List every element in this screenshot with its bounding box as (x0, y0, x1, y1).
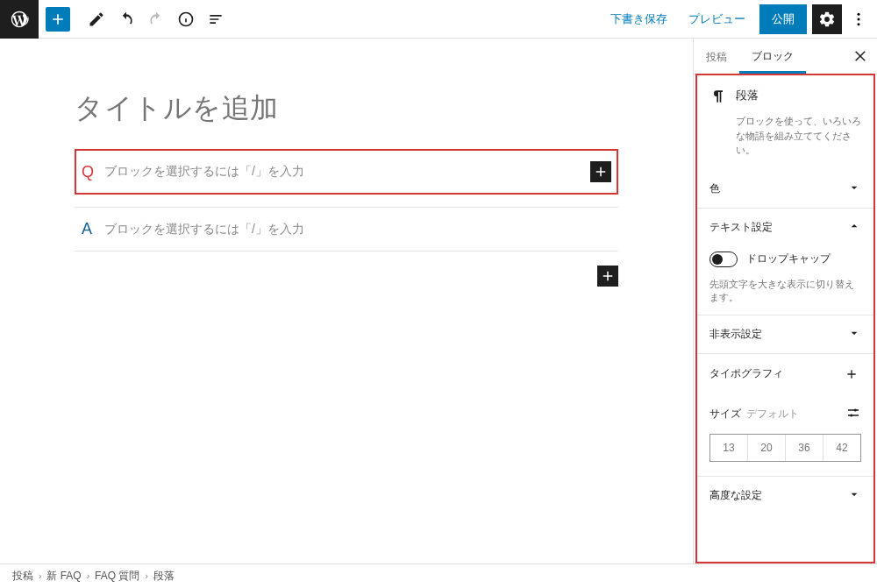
faq-question-block[interactable]: Q ブロックを選択するには「/」を入力 (75, 149, 618, 195)
chevron-down-icon (847, 326, 861, 343)
faq-answer-block[interactable]: A ブロックを選択するには「/」を入力 (75, 207, 618, 251)
question-letter-icon: Q (82, 163, 101, 181)
breadcrumb-item[interactable]: FAQ 質問 (95, 569, 139, 584)
chevron-right-icon: › (145, 571, 147, 581)
dropcap-label: ドロップキャップ (746, 251, 831, 266)
size-label: サイズ (709, 407, 741, 422)
breadcrumb: 投稿 › 新 FAQ › FAQ 質問 › 段落 (0, 563, 877, 588)
dropcap-help: 先頭文字を大きな表示に切り替えます。 (697, 273, 873, 315)
edit-mode-button[interactable] (82, 5, 111, 33)
add-typography-icon[interactable] (842, 365, 861, 384)
svg-point-6 (854, 408, 857, 411)
editor-canvas[interactable]: タイトルを追加 Q ブロックを選択するには「/」を入力 A ブロックを選択するに… (0, 39, 693, 563)
chevron-right-icon: › (39, 571, 41, 581)
size-custom-toggle-icon[interactable] (845, 405, 861, 423)
breadcrumb-item[interactable]: 新 FAQ (46, 569, 81, 584)
size-option[interactable]: 36 (785, 435, 823, 461)
breadcrumb-item[interactable]: 投稿 (12, 569, 33, 584)
block-placeholder[interactable]: ブロックを選択するには「/」を入力 (101, 164, 590, 180)
redo-button[interactable] (142, 5, 170, 33)
chevron-up-icon (847, 219, 861, 236)
tab-block[interactable]: ブロック (739, 39, 806, 74)
panel-typography[interactable]: タイポグラフィ (697, 354, 873, 394)
chevron-down-icon (847, 181, 861, 197)
post-title-input[interactable]: タイトルを追加 (75, 74, 618, 140)
dropcap-toggle[interactable] (709, 251, 738, 267)
panel-text-settings[interactable]: テキスト設定 (697, 209, 873, 246)
top-toolbar: 下書き保存 プレビュー 公開 (0, 0, 877, 39)
insert-block-button[interactable] (46, 7, 70, 32)
chevron-down-icon (847, 487, 861, 504)
tab-post[interactable]: 投稿 (694, 39, 739, 74)
svg-point-5 (858, 23, 860, 25)
size-option[interactable]: 20 (747, 435, 785, 461)
append-block-button[interactable] (597, 266, 618, 287)
panel-advanced[interactable]: 高度な設定 (697, 477, 873, 514)
more-options-button[interactable] (844, 4, 873, 34)
block-info-header: 段落 (697, 75, 873, 110)
undo-button[interactable] (112, 5, 140, 33)
info-button[interactable] (172, 5, 200, 33)
block-info-description: ブロックを使って、いろいろな物語を組み立ててください。 (697, 110, 873, 170)
size-default: デフォルト (746, 407, 799, 422)
answer-letter-icon: A (82, 220, 101, 238)
chevron-right-icon: › (87, 571, 89, 581)
svg-point-3 (858, 12, 860, 15)
block-info-title: 段落 (736, 88, 759, 105)
size-option[interactable]: 42 (823, 435, 860, 461)
close-sidebar-button[interactable] (845, 48, 877, 64)
settings-sidebar: 投稿 ブロック 段落 ブロックを使って、いろいろな物語を組み立ててください。 色 (693, 39, 877, 563)
wp-logo[interactable] (0, 0, 39, 39)
add-block-button[interactable] (590, 161, 611, 182)
size-options: 13 20 36 42 (709, 434, 861, 462)
breadcrumb-item[interactable]: 段落 (153, 569, 175, 584)
block-placeholder[interactable]: ブロックを選択するには「/」を入力 (101, 222, 611, 237)
settings-button[interactable] (812, 4, 842, 34)
save-draft-button[interactable]: 下書き保存 (600, 4, 678, 34)
svg-point-7 (850, 414, 852, 416)
list-view-button[interactable] (202, 5, 230, 33)
size-option[interactable]: 13 (710, 435, 747, 461)
svg-point-4 (858, 18, 860, 20)
panel-color[interactable]: 色 (697, 170, 873, 208)
preview-button[interactable]: プレビュー (678, 4, 756, 34)
panel-hidden-settings[interactable]: 非表示設定 (697, 315, 873, 353)
publish-button[interactable]: 公開 (759, 4, 807, 34)
paragraph-icon (709, 88, 727, 105)
